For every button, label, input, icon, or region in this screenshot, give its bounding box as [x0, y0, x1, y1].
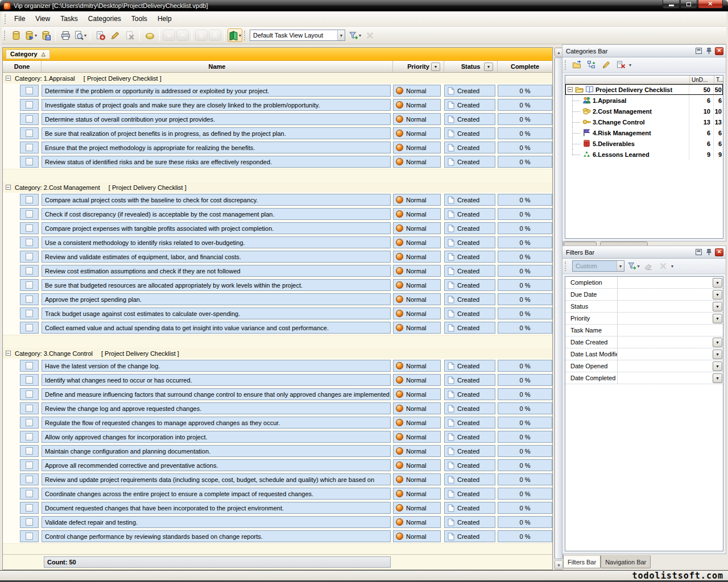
- task-row[interactable]: Review and update project requirements d…: [3, 472, 552, 487]
- task-checkbox[interactable]: [26, 281, 33, 289]
- task-row[interactable]: Review status of identified risks and be…: [3, 155, 552, 169]
- close-panel-icon[interactable]: ✕: [715, 47, 723, 55]
- dropdown-caret-icon[interactable]: ▾: [671, 264, 673, 269]
- new-database-button[interactable]: [9, 28, 23, 42]
- filter-value[interactable]: [618, 325, 723, 336]
- save-database-button[interactable]: [39, 28, 52, 42]
- task-checkbox[interactable]: [26, 130, 33, 137]
- category-group-row[interactable]: −Category: 2.Cost Management[ Project De…: [3, 182, 552, 193]
- collapse-icon[interactable]: −: [6, 351, 11, 356]
- task-checkbox[interactable]: [26, 462, 33, 469]
- task-row[interactable]: Review cost estimation assumptions and c…: [3, 264, 552, 278]
- task-row[interactable]: Check if cost discrepancy (if revealed) …: [3, 207, 552, 221]
- menu-grip[interactable]: [5, 14, 6, 24]
- category-tree-item[interactable]: 2.Cost Management1010: [565, 106, 723, 117]
- restore-button[interactable]: [680, 0, 697, 9]
- edit-task-button[interactable]: [108, 28, 122, 42]
- task-checkbox[interactable]: [26, 405, 33, 412]
- collapse-icon[interactable]: −: [568, 87, 573, 92]
- task-row[interactable]: Determine status of overall contribution…: [3, 112, 552, 126]
- toolbar-grip[interactable]: [4, 31, 6, 40]
- layout-combobox[interactable]: Default Task View Layout ▼: [250, 30, 345, 41]
- task-row[interactable]: Document requested changes that have bee…: [3, 501, 552, 515]
- pin-panel-icon[interactable]: [705, 47, 713, 55]
- close-panel-icon[interactable]: ✕: [715, 248, 723, 256]
- category-group-row[interactable]: −Category: 1.Appraisal[ Project Delivery…: [3, 73, 552, 84]
- task-row[interactable]: Investigate status of project goals and …: [3, 98, 552, 112]
- task-checkbox[interactable]: [26, 504, 33, 512]
- task-checkbox[interactable]: [26, 253, 33, 260]
- collapse-icon[interactable]: −: [6, 185, 11, 190]
- task-checkbox[interactable]: [26, 362, 33, 369]
- task-row[interactable]: Control change performance by reviewing …: [3, 529, 552, 543]
- dropdown-caret-icon[interactable]: ▾: [629, 63, 631, 68]
- task-checkbox[interactable]: [26, 490, 33, 497]
- task-row[interactable]: Compare project expenses with tangible p…: [3, 221, 552, 235]
- task-checkbox[interactable]: [26, 433, 33, 440]
- task-row[interactable]: Coordinate changes across the entire pro…: [3, 487, 552, 501]
- filter-dropdown-icon[interactable]: ▼: [713, 302, 722, 311]
- task-checkbox[interactable]: [26, 239, 33, 246]
- dropdown-caret-icon[interactable]: ▾: [637, 264, 639, 269]
- task-row[interactable]: Approve all recommended corrective and p…: [3, 458, 552, 472]
- category-tree-item[interactable]: 6.Lessons Learned99: [565, 149, 723, 160]
- category-tree-item[interactable]: 5.Deliverables66: [565, 138, 723, 149]
- dropdown-caret-icon[interactable]: ▾: [84, 33, 86, 38]
- new-category-button[interactable]: [570, 58, 584, 72]
- dropdown-caret-icon[interactable]: ▾: [359, 33, 361, 38]
- menu-file[interactable]: File: [9, 12, 30, 26]
- task-row[interactable]: Compare actual project costs with the ba…: [3, 193, 552, 207]
- task-row[interactable]: Validate defect repair and testing.Norma…: [3, 515, 552, 529]
- hide-panel-icon[interactable]: [694, 47, 703, 55]
- filter-dropdown-icon[interactable]: ▼: [713, 290, 722, 300]
- filter-dropdown-icon[interactable]: ▼: [713, 373, 722, 383]
- menu-view[interactable]: View: [30, 12, 55, 26]
- categories-toolbar-grip[interactable]: [565, 60, 566, 70]
- layout-toolbar-grip[interactable]: [244, 31, 246, 40]
- filter-value[interactable]: [618, 348, 723, 360]
- filter-value[interactable]: [618, 336, 723, 348]
- menu-tasks[interactable]: Tasks: [55, 12, 83, 26]
- filter-value[interactable]: [618, 313, 723, 324]
- category-tree-item[interactable]: 3.Change Control1313: [565, 117, 723, 127]
- task-row[interactable]: Allow only approved changes for incorpor…: [3, 430, 552, 444]
- task-checkbox[interactable]: [26, 144, 33, 151]
- apply-layout-button[interactable]: ▾: [348, 28, 362, 42]
- task-checkbox[interactable]: [26, 115, 33, 123]
- new-task-button[interactable]: [93, 28, 107, 42]
- filter-value[interactable]: [618, 277, 723, 288]
- task-view-button[interactable]: ▾: [228, 28, 242, 42]
- task-row[interactable]: Collect earned value and actual spending…: [3, 321, 552, 335]
- task-row[interactable]: Have the latest version of the change lo…: [3, 359, 552, 373]
- task-checkbox[interactable]: [26, 267, 33, 275]
- task-checkbox[interactable]: [26, 87, 33, 94]
- chevron-down-icon[interactable]: ▼: [337, 30, 345, 40]
- column-header-name[interactable]: Name: [42, 61, 393, 72]
- dock-tab-navigation-bar[interactable]: Navigation Bar: [601, 555, 651, 568]
- collapse-icon[interactable]: −: [6, 76, 11, 81]
- task-row[interactable]: Review the change log and approve reques…: [3, 401, 552, 415]
- task-row[interactable]: Identify what changes need to occur or h…: [3, 373, 552, 387]
- task-checkbox[interactable]: [26, 419, 33, 426]
- category-tree-item[interactable]: 1.Appraisal66: [565, 95, 723, 106]
- column-header-total[interactable]: T...: [714, 76, 723, 84]
- print-preview-button[interactable]: ▾: [73, 28, 87, 42]
- task-checkbox[interactable]: [26, 476, 33, 483]
- task-checkbox[interactable]: [26, 225, 33, 232]
- filter-value[interactable]: [618, 289, 723, 300]
- category-group-row[interactable]: −Category: 3.Change Control[ Project Del…: [3, 348, 552, 359]
- task-checkbox[interactable]: [26, 324, 33, 331]
- open-database-button[interactable]: ▾: [24, 28, 38, 42]
- task-checkbox[interactable]: [26, 518, 33, 526]
- filter-dropdown-icon[interactable]: ▼: [713, 278, 722, 288]
- column-header-complete[interactable]: Complete: [498, 61, 552, 72]
- apply-filter-button[interactable]: ▾: [627, 259, 640, 273]
- print-button[interactable]: [59, 28, 72, 42]
- filter-dropdown-icon[interactable]: ▼: [713, 350, 722, 359]
- task-row[interactable]: Define and measure influencing factors t…: [3, 387, 552, 401]
- task-checkbox[interactable]: [26, 390, 33, 398]
- task-row[interactable]: Determine if the problem or opportunity …: [3, 84, 552, 98]
- task-checkbox[interactable]: [26, 533, 33, 540]
- filter-dropdown-icon[interactable]: ▼: [713, 338, 722, 347]
- menu-categories[interactable]: Categories: [83, 12, 126, 26]
